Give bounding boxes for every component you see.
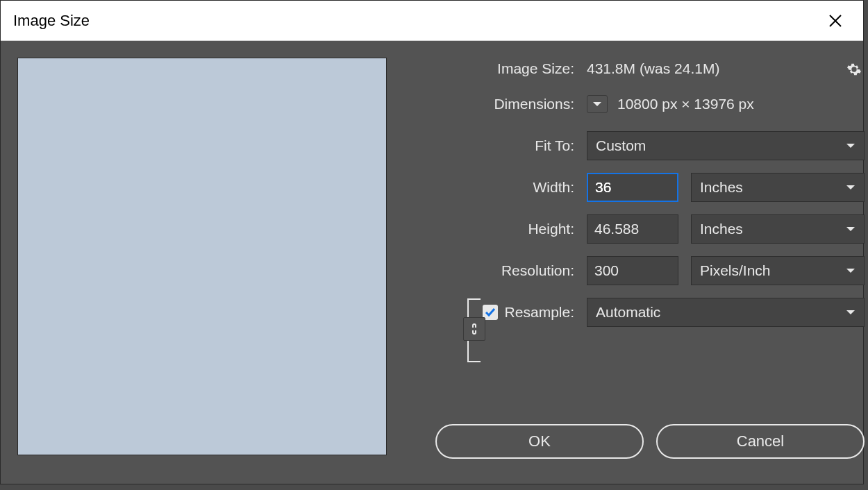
ok-button[interactable]: OK [435,424,644,459]
width-row: Width: Inches [428,173,865,202]
chevron-down-icon [846,226,856,233]
dialog-title: Image Size [13,12,90,30]
image-size-label: Image Size: [428,60,574,77]
width-unit-value: Inches [700,179,743,196]
resample-value: Automatic [596,304,660,321]
fit-to-row: Fit To: Custom [428,131,865,160]
controls-panel: Image Size: 431.8M (was 24.1M) Dimension… [428,58,865,467]
gear-icon [846,62,862,77]
chevron-down-icon [592,101,602,108]
width-label: Width: [428,179,574,196]
width-height-group: Width: Inches Height: Inches [428,173,865,256]
close-button[interactable] [820,6,851,36]
resample-row: Resample: Automatic [428,298,865,327]
chevron-down-icon [846,142,856,149]
width-input[interactable] [587,173,678,202]
resample-label: Resample: [505,304,574,321]
titlebar: Image Size [1,1,863,41]
cancel-button[interactable]: Cancel [656,424,865,459]
image-preview[interactable] [17,58,387,455]
dimensions-value: 10800 px × 13976 px [617,96,754,112]
chevron-down-icon [846,267,856,274]
constrain-proportions-button[interactable] [463,317,485,341]
resample-select[interactable]: Automatic [587,298,865,327]
dimensions-row: Dimensions: 10800 px × 13976 px [428,95,865,113]
fit-to-value: Custom [596,137,646,154]
height-unit-value: Inches [700,221,743,237]
height-label: Height: [428,221,574,237]
settings-button[interactable] [846,62,862,81]
resolution-unit-select[interactable]: Pixels/Inch [691,256,865,285]
dialog-body: Image Size: 431.8M (was 24.1M) Dimension… [1,41,863,484]
resolution-row: Resolution: Pixels/Inch [428,256,865,285]
button-row: OK Cancel [428,424,865,467]
fit-to-label: Fit To: [428,137,574,154]
dimensions-label: Dimensions: [428,96,574,112]
chevron-down-icon [846,309,856,316]
image-size-dialog: Image Size Image Size: 431.8M (was 24.1M… [0,0,864,484]
height-unit-select[interactable]: Inches [691,214,865,244]
dimensions-unit-toggle[interactable] [587,95,608,113]
fit-to-select[interactable]: Custom [587,131,865,160]
close-icon [828,14,842,28]
width-unit-select[interactable]: Inches [691,173,865,202]
height-row: Height: Inches [428,214,865,244]
height-input[interactable] [587,214,678,244]
image-size-row: Image Size: 431.8M (was 24.1M) [428,60,865,77]
resolution-unit-value: Pixels/Inch [700,262,771,279]
chevron-down-icon [846,184,856,191]
resolution-label: Resolution: [428,262,574,279]
link-icon [469,321,479,337]
image-size-value: 431.8M (was 24.1M) [587,60,719,77]
resolution-input[interactable] [587,256,678,285]
